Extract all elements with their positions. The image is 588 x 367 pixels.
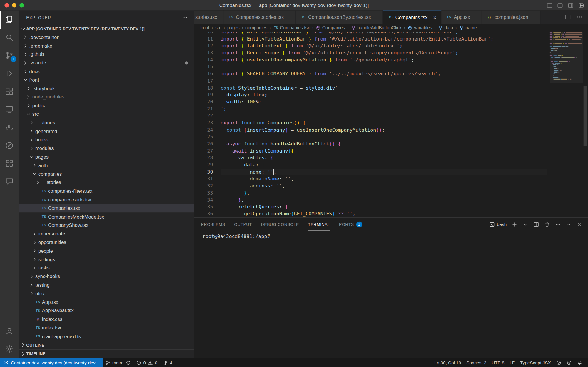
tree-file-Companies.tsx[interactable]: TSCompanies.tsx bbox=[19, 204, 194, 212]
tree-file-AppNavbar.tsx[interactable]: TSAppNavbar.tsx bbox=[19, 306, 194, 315]
tree-file-index.css[interactable]: #index.css bbox=[19, 315, 194, 324]
code-line-33[interactable]: 33 }, bbox=[194, 190, 547, 197]
problems-status[interactable]: 0 0 bbox=[133, 358, 160, 367]
encoding-status[interactable]: UTF-8 bbox=[489, 358, 507, 367]
workspace-section-header[interactable]: APP [CONTAINER DEV-TWENTY-DEV (DEV-TWENT… bbox=[19, 24, 194, 33]
language-mode-status[interactable]: TypeScript JSX bbox=[517, 358, 553, 367]
line-number[interactable]: 21 bbox=[194, 105, 220, 113]
split-terminal-icon[interactable] bbox=[533, 221, 539, 227]
line-number[interactable]: 28 bbox=[194, 155, 220, 162]
tree-folder-testing[interactable]: testing bbox=[19, 281, 194, 289]
tab-stories.tsx[interactable]: stories.tsx bbox=[194, 11, 223, 24]
code-line-13[interactable]: 13import { RecoilScope } from '@/ui/util… bbox=[194, 49, 547, 56]
zoom-window-button[interactable] bbox=[19, 3, 24, 7]
chat-activity-item[interactable] bbox=[0, 172, 19, 190]
source-control-activity-item[interactable]: 1 bbox=[0, 46, 19, 64]
breadcrumb-item-Companies.tsx[interactable]: TSCompanies.tsx bbox=[273, 25, 310, 30]
close-panel-icon[interactable] bbox=[577, 221, 583, 227]
tab-Companies.tsx[interactable]: TSCompanies.tsx× bbox=[383, 11, 442, 24]
tree-folder-src[interactable]: src bbox=[19, 110, 194, 118]
line-number[interactable]: 19 bbox=[194, 91, 220, 98]
code-line-10[interactable]: 10import { WithTopBarContainer } from '@… bbox=[194, 32, 547, 35]
line-number[interactable]: 27 bbox=[194, 148, 220, 155]
tree-folder-companies[interactable]: companies bbox=[19, 170, 194, 178]
tree-folder-opportunities[interactable]: opportunities bbox=[19, 238, 194, 247]
tree-file-react-app-env.d.ts[interactable]: TSreact-app-env.d.ts bbox=[19, 332, 194, 341]
close-window-button[interactable] bbox=[4, 3, 9, 7]
line-number[interactable]: 23 bbox=[194, 120, 220, 127]
code-line-15[interactable]: 15 bbox=[194, 63, 547, 71]
breadcrumb-item-data[interactable]: data bbox=[438, 25, 453, 30]
code-line-23[interactable]: 23export function Companies() { bbox=[194, 120, 547, 127]
tab-companies.json[interactable]: {}companies.json bbox=[482, 11, 540, 24]
breadcrumb-item-variables[interactable]: variables bbox=[407, 25, 432, 30]
line-number[interactable]: 20 bbox=[194, 98, 220, 105]
line-number[interactable]: 35 bbox=[194, 204, 220, 211]
panel-tab-terminal[interactable]: TERMINAL bbox=[308, 218, 330, 231]
tree-folder-utils[interactable]: utils bbox=[19, 289, 194, 298]
branch-status[interactable]: main* bbox=[103, 358, 133, 367]
code-line-34[interactable]: 34 }, bbox=[194, 197, 547, 204]
line-number[interactable]: 29 bbox=[194, 162, 220, 169]
code-line-11[interactable]: 11import { EntityTableActionBar } from '… bbox=[194, 36, 547, 43]
code-line-27[interactable]: 27 await insertCompany({ bbox=[194, 148, 547, 155]
line-number[interactable]: 30 bbox=[194, 169, 220, 176]
line-number[interactable]: 15 bbox=[194, 63, 220, 71]
line-number[interactable]: 18 bbox=[194, 85, 220, 92]
line-number[interactable]: 14 bbox=[194, 56, 220, 63]
terminal-profiles-chevron-icon[interactable] bbox=[522, 221, 528, 227]
outline-section-header[interactable]: OUTLINE bbox=[19, 341, 194, 349]
breadcrumb-item-src[interactable]: src bbox=[215, 25, 221, 30]
terminal-more-actions-icon[interactable] bbox=[555, 221, 561, 227]
tree-folder-generated[interactable]: generated bbox=[19, 127, 194, 135]
tree-folder-auth[interactable]: auth bbox=[19, 161, 194, 170]
line-number[interactable]: 26 bbox=[194, 140, 220, 148]
code-line-24[interactable]: 24 const [insertCompany] = useInsertOneC… bbox=[194, 127, 547, 134]
tree-file-CompaniesMockMode.tsx[interactable]: TSCompaniesMockMode.tsx bbox=[19, 212, 194, 221]
code-line-25[interactable]: 25 bbox=[194, 133, 547, 140]
code-line-12[interactable]: 12import { TableContext } from '@/ui/tab… bbox=[194, 43, 547, 50]
explorer-more-actions-icon[interactable] bbox=[182, 14, 188, 20]
tab-Companies.sortBy.stories.tsx[interactable]: TSCompanies.sortBy.stories.tsx bbox=[296, 11, 383, 24]
line-number[interactable]: 17 bbox=[194, 78, 220, 85]
eol-status[interactable]: LF bbox=[507, 358, 517, 367]
toggle-panel-icon[interactable] bbox=[557, 2, 563, 9]
tree-folder-.ergomake[interactable]: .ergomake bbox=[19, 41, 194, 50]
editor-scrollbar[interactable] bbox=[583, 32, 588, 217]
panel-tab-output[interactable]: OUTPUT bbox=[234, 218, 252, 231]
tree-folder-people[interactable]: people bbox=[19, 247, 194, 255]
remote-indicator[interactable]: Container dev-twenty-dev (dev-twenty-dev… bbox=[0, 358, 103, 367]
feedback-status[interactable] bbox=[564, 358, 574, 367]
tree-folder-sync-hooks[interactable]: sync-hooks bbox=[19, 272, 194, 281]
line-number[interactable]: 36 bbox=[194, 211, 220, 217]
terminal-shell-selector[interactable]: bash bbox=[489, 221, 507, 227]
settings-gear-activity-item[interactable] bbox=[0, 340, 19, 358]
toggle-primary-sidebar-icon[interactable] bbox=[546, 2, 553, 9]
apps-activity-item[interactable] bbox=[0, 155, 19, 172]
tree-folder-pages[interactable]: pages bbox=[19, 153, 194, 161]
tree-folder-.vscode[interactable]: .vscode bbox=[19, 58, 194, 67]
breadcrumb-item-Companies[interactable]: Companies bbox=[316, 25, 345, 30]
prettier-status[interactable] bbox=[554, 358, 564, 367]
panel-tab-problems[interactable]: PROBLEMS bbox=[201, 218, 225, 231]
tree-folder-docs[interactable]: docs bbox=[19, 67, 194, 76]
code-line-28[interactable]: 28 variables: { bbox=[194, 155, 547, 162]
tree-folder-.github[interactable]: .github bbox=[19, 50, 194, 58]
toggle-secondary-sidebar-icon[interactable] bbox=[567, 2, 574, 9]
gitlens-activity-item[interactable] bbox=[0, 136, 19, 154]
panel-tab-debug-console[interactable]: DEBUG CONSOLE bbox=[261, 218, 299, 231]
customize-layout-icon[interactable] bbox=[578, 2, 584, 9]
tree-folder-node_modules[interactable]: node_modules bbox=[19, 93, 194, 101]
tree-folder-public[interactable]: public bbox=[19, 101, 194, 110]
kill-terminal-icon[interactable] bbox=[544, 221, 550, 227]
tree-folder-front[interactable]: front bbox=[19, 76, 194, 84]
line-number[interactable]: 34 bbox=[194, 197, 220, 204]
cursor-position-status[interactable]: Ln 30, Col 19 bbox=[432, 358, 464, 367]
timeline-section-header[interactable]: TIMELINE bbox=[19, 349, 194, 358]
tree-file-CompanyShow.tsx[interactable]: TSCompanyShow.tsx bbox=[19, 221, 194, 229]
code-line-32[interactable]: 32 address: '', bbox=[194, 182, 547, 190]
code-line-35[interactable]: 35 refetchQueries: [ bbox=[194, 204, 547, 211]
minimap[interactable] bbox=[550, 32, 583, 217]
indentation-status[interactable]: Spaces: 2 bbox=[464, 358, 489, 367]
code-line-20[interactable]: 20 width: 100%; bbox=[194, 98, 547, 105]
